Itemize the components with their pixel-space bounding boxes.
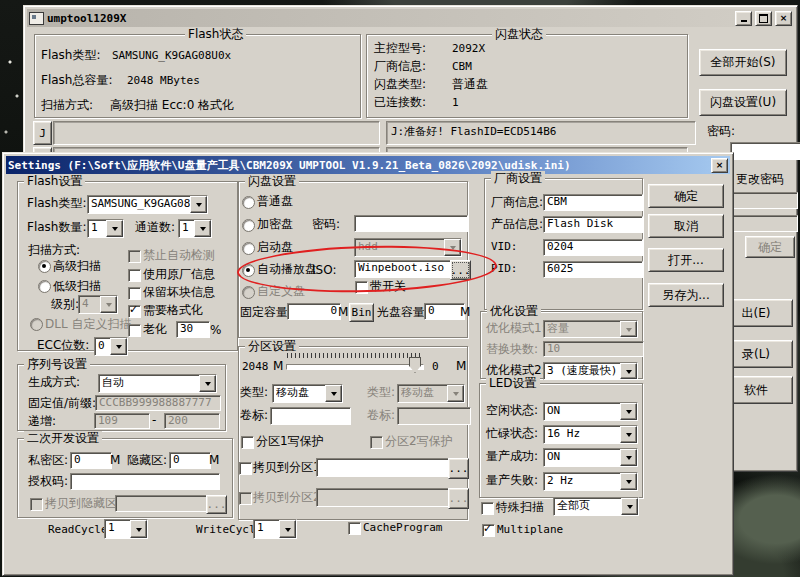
dropdown-arrow-icon[interactable] xyxy=(130,520,147,538)
private-unit-label: M xyxy=(110,453,120,467)
vid-label: VID: xyxy=(491,240,518,254)
dropdown-arrow-icon[interactable] xyxy=(190,196,207,213)
dll-scan-label: DLL 自定义扫描 xyxy=(45,317,131,331)
need-format-label: 需要格式化 xyxy=(143,303,203,317)
flash-count-dropdown[interactable]: 1 xyxy=(87,219,124,238)
dropdown-arrow-icon[interactable] xyxy=(620,449,637,466)
check-icon: ✓ xyxy=(483,522,492,535)
serial-settings-group: 序列号设置 生成方式: 自动 固定值/前缀: CCCBB999988887777… xyxy=(17,364,226,431)
open-button[interactable]: 打开... xyxy=(648,248,724,272)
partition1-volume-input[interactable] xyxy=(270,407,351,425)
special-scan-dropdown[interactable]: 全部页 xyxy=(553,497,639,516)
copy-to-partition1-path-input[interactable] xyxy=(316,458,450,477)
settings-close-button[interactable]: × xyxy=(711,158,728,173)
dropdown-arrow-icon[interactable] xyxy=(279,520,296,538)
port-status-panel: J:准备好! FlashID=ECD514B6 xyxy=(386,121,696,145)
maximize-button[interactable] xyxy=(755,11,772,26)
settings-titlebar[interactable]: Settings (F:\Soft\应用软件\U盘量产工具\CBM209X UM… xyxy=(6,156,730,174)
copy-to-partition2-label: 拷贝到分区2 xyxy=(253,490,321,504)
pid-input[interactable]: 6025 xyxy=(543,261,643,278)
partition1-type-dropdown[interactable]: 移动盘 xyxy=(272,384,343,403)
dropdown-arrow-icon[interactable] xyxy=(620,403,637,420)
dropdown-arrow-icon[interactable] xyxy=(199,375,216,392)
special-scan-checkbox[interactable] xyxy=(481,502,494,515)
dropdown-arrow-icon xyxy=(447,385,464,402)
busy-state-label: 忙碌状态: xyxy=(486,426,538,440)
dropdown-arrow-icon[interactable] xyxy=(620,426,637,443)
high-scan-label: 高级扫描 xyxy=(53,259,101,273)
connected-value: 1 xyxy=(452,96,459,110)
led-settings-group: LED设置 空闲状态: ON 忙碌状态: 16 Hz 量产成功: ON 量产失败… xyxy=(479,383,643,498)
dll-scan-radio xyxy=(30,318,43,331)
disk-status-title: 闪盘状态 xyxy=(492,27,546,41)
serial-gen-dropdown[interactable]: 自动 xyxy=(98,374,217,393)
use-vendor-info-checkbox[interactable] xyxy=(128,269,141,282)
disk-password-input[interactable] xyxy=(354,215,468,232)
password-input[interactable] xyxy=(730,142,800,160)
optimize-mode2-dropdown[interactable]: 3 (速度最快) xyxy=(543,362,638,380)
ecc-bits-dropdown[interactable]: 0 (最 xyxy=(94,337,128,356)
fail-state-dropdown[interactable]: 2 Hz xyxy=(543,472,638,491)
multiplane-checkbox[interactable]: ✓ xyxy=(482,524,495,537)
serial-from-input: 109 xyxy=(94,413,150,429)
aging-input[interactable]: 30 xyxy=(176,321,210,338)
start-all-button[interactable]: 全部开始(S) xyxy=(699,49,787,76)
minimize-button[interactable] xyxy=(735,11,752,26)
cache-program-checkbox[interactable] xyxy=(348,522,361,535)
disk-status-group: 闪盘状态 主控型号: 2092X 厂商信息: CBM 闪盘类型: 普通盘 已连接… xyxy=(366,34,688,118)
fixed-capacity-input[interactable]: 0 xyxy=(287,303,341,320)
vid-input[interactable]: 0204 xyxy=(543,239,643,256)
port-j-button[interactable]: J xyxy=(33,121,52,145)
dropdown-arrow-icon[interactable] xyxy=(106,220,123,237)
optimize-settings-group: 优化设置 优化模式1: 容量 替换块数: 10 优化模式2: 3 (速度最快) xyxy=(480,311,643,379)
success-state-dropdown[interactable]: ON xyxy=(543,448,638,467)
partition-slider-track[interactable] xyxy=(286,364,424,370)
aging-checkbox[interactable] xyxy=(128,324,141,337)
cancel-button[interactable]: 取消 xyxy=(648,214,724,238)
partition-slider-thumb[interactable] xyxy=(409,357,421,373)
channel-count-dropdown[interactable]: 1 xyxy=(178,219,212,238)
normal-disk-radio[interactable] xyxy=(242,196,255,209)
main-titlebar[interactable]: umptool1209X × xyxy=(27,9,794,27)
need-format-checkbox[interactable]: ✓ xyxy=(128,305,141,318)
auth-code-input[interactable] xyxy=(70,473,220,490)
high-scan-radio[interactable] xyxy=(38,260,51,273)
dropdown-arrow-icon[interactable] xyxy=(194,220,211,237)
level-dropdown: 4 xyxy=(78,295,118,314)
disk-settings-button[interactable]: 闪盘设置(U) xyxy=(699,89,787,116)
close-button[interactable]: × xyxy=(775,11,792,26)
copy-to-partition1-browse-button[interactable]: ... xyxy=(448,458,469,479)
ok-button[interactable]: 确定 xyxy=(648,184,724,208)
dropdown-arrow-icon[interactable] xyxy=(325,385,342,402)
dropdown-arrow-icon[interactable] xyxy=(620,363,637,379)
boot-disk-radio[interactable] xyxy=(242,242,255,255)
idle-state-label: 空闲状态: xyxy=(486,403,538,417)
copy-to-partition1-checkbox[interactable] xyxy=(239,462,252,475)
vendor-settings-group: 厂商设置 厂商信息: CBM 产品信息: Flash Disk VID: 020… xyxy=(484,178,643,310)
idle-state-dropdown[interactable]: ON xyxy=(543,402,638,421)
read-cycle-dropdown[interactable]: 1 xyxy=(104,519,148,539)
serial-incr-label: 递增: xyxy=(28,414,56,428)
cd-capacity-label: 光盘容量: xyxy=(377,305,429,319)
write-cycle-dropdown[interactable]: 1 xyxy=(253,519,297,539)
settings-close-icon: × xyxy=(716,160,724,170)
aging-unit-label: % xyxy=(210,323,221,337)
flash-type-label: Flash类型: xyxy=(41,48,101,62)
flash-type-dropdown[interactable]: SAMSUNG_K9GAG08U0x xyxy=(87,195,208,214)
save-as-button[interactable]: 另存为... xyxy=(648,283,724,307)
product-info-label: 产品信息: xyxy=(491,217,543,231)
busy-state-dropdown[interactable]: 16 Hz xyxy=(543,425,638,444)
dropdown-arrow-icon[interactable] xyxy=(620,473,637,490)
hidden-area-input[interactable]: 0 xyxy=(169,452,211,469)
vendor-info-input[interactable]: CBM xyxy=(543,194,643,211)
bin-button[interactable]: Bin xyxy=(349,303,374,322)
partition1-write-protect-checkbox[interactable] xyxy=(241,436,254,449)
dropdown-arrow-icon[interactable] xyxy=(110,338,127,355)
keep-bad-blocks-checkbox[interactable] xyxy=(128,287,141,300)
cd-capacity-input[interactable]: 0 xyxy=(424,303,465,320)
encrypted-disk-radio[interactable] xyxy=(242,219,255,232)
dropdown-arrow-icon[interactable] xyxy=(621,498,638,515)
product-info-input[interactable]: Flash Disk xyxy=(543,216,643,233)
low-scan-radio[interactable] xyxy=(38,280,51,293)
private-area-input[interactable]: 0 xyxy=(70,452,112,469)
